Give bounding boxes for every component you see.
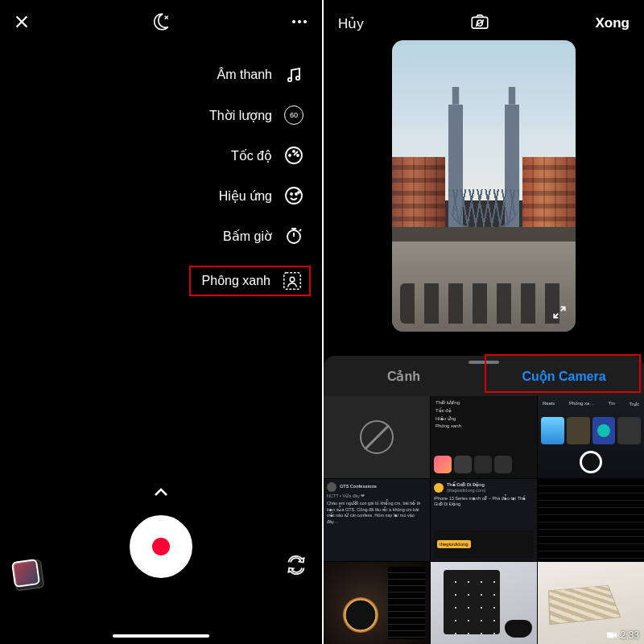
grid-item[interactable]: ReelsPhông xa…TinTrực bbox=[538, 396, 644, 478]
camera-screen: Âm thanh Thời lượng 60 Tốc độ Hiệu ứng B… bbox=[0, 0, 322, 644]
sixty-icon: 60 bbox=[283, 105, 304, 126]
menu-timer[interactable]: Bấm giờ bbox=[189, 225, 304, 246]
grid-item[interactable] bbox=[324, 562, 430, 644]
timer-icon bbox=[283, 225, 304, 246]
svg-point-1 bbox=[298, 20, 301, 23]
svg-point-11 bbox=[295, 193, 297, 195]
grid-item[interactable] bbox=[431, 562, 537, 644]
expand-icon[interactable] bbox=[551, 304, 568, 324]
grid-item[interactable]: Thế Giới Di Động(thegioididong.com) iPho… bbox=[431, 479, 537, 561]
svg-point-4 bbox=[296, 76, 299, 80]
svg-point-3 bbox=[288, 78, 291, 81]
svg-point-2 bbox=[303, 20, 307, 23]
grid-item[interactable]: Thời lượng Tốc độ Hiệu ứng Phông xanh bbox=[431, 396, 537, 478]
svg-point-6 bbox=[289, 155, 291, 156]
tab-cameraroll[interactable]: Cuộn Camera bbox=[484, 356, 644, 396]
media-grid: Thời lượng Tốc độ Hiệu ứng Phông xanh Re… bbox=[324, 396, 644, 644]
more-icon[interactable] bbox=[290, 12, 309, 31]
background-preview[interactable] bbox=[392, 40, 576, 332]
svg-point-0 bbox=[292, 20, 295, 23]
night-mode-icon[interactable] bbox=[150, 11, 171, 32]
done-button[interactable]: Xong bbox=[596, 15, 630, 31]
chevron-up-icon[interactable] bbox=[151, 483, 171, 506]
svg-point-10 bbox=[291, 193, 292, 195]
svg-rect-13 bbox=[284, 273, 300, 289]
music-icon bbox=[283, 64, 304, 85]
menu-effects[interactable]: Hiệu ứng bbox=[189, 185, 304, 206]
svg-rect-16 bbox=[607, 633, 613, 638]
svg-point-7 bbox=[293, 151, 295, 152]
grid-item[interactable]: 2:33 bbox=[538, 562, 644, 644]
close-icon[interactable] bbox=[13, 13, 31, 31]
duration-badge: 2:33 bbox=[606, 630, 639, 641]
menu-greenscreen[interactable]: Phông xanh bbox=[189, 266, 311, 296]
greenscreen-icon bbox=[282, 270, 303, 291]
menu-audio[interactable]: Âm thanh bbox=[189, 64, 304, 85]
svg-point-14 bbox=[290, 277, 295, 282]
menu-duration[interactable]: Thời lượng 60 bbox=[189, 105, 304, 126]
cancel-button[interactable]: Hủy bbox=[338, 15, 364, 32]
grid-item-none[interactable] bbox=[324, 396, 430, 478]
top-bar: Hủy Xong bbox=[324, 0, 644, 42]
picker-screen: Hủy Xong Cảnh Cuộn Camera Thời lượng Tốc… bbox=[322, 0, 644, 644]
top-bar bbox=[0, 0, 322, 39]
gauge-icon bbox=[283, 145, 304, 166]
record-button[interactable] bbox=[130, 515, 192, 578]
sparkle-icon bbox=[283, 185, 304, 206]
tab-scene[interactable]: Cảnh bbox=[324, 356, 484, 396]
svg-point-9 bbox=[286, 188, 302, 204]
svg-point-8 bbox=[297, 155, 299, 156]
grid-item[interactable] bbox=[538, 479, 644, 561]
flip-camera-icon[interactable] bbox=[469, 11, 490, 35]
gallery-button[interactable] bbox=[11, 559, 40, 588]
none-icon bbox=[360, 420, 394, 454]
grid-item[interactable]: GTS Confessions NCTT • Vừa đây ❤ Chào em… bbox=[324, 479, 430, 561]
home-indicator bbox=[113, 634, 209, 638]
source-tabs: Cảnh Cuộn Camera bbox=[324, 356, 644, 396]
menu-speed[interactable]: Tốc độ bbox=[189, 145, 304, 166]
side-menu: Âm thanh Thời lượng 60 Tốc độ Hiệu ứng B… bbox=[189, 64, 304, 296]
flip-camera-icon[interactable] bbox=[285, 554, 308, 580]
